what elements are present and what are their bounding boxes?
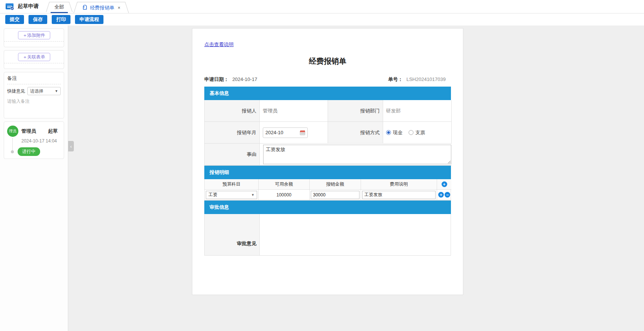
form-paper: 点击查看说明 经费报销单 申请日期： 2024-10-17 单号： LSH202… <box>192 28 463 295</box>
method-cell: 现金 支票 <box>383 122 452 144</box>
flow-timestamp: 2024-10-17 14:04 <box>21 138 61 144</box>
calendar-icon <box>300 130 305 135</box>
toolbar: 提交 保存 打印 申请流程 <box>0 13 644 25</box>
add-attachment-button[interactable]: ＋添加附件 <box>18 31 50 39</box>
remove-row-icon[interactable]: − <box>445 192 450 198</box>
reason-textarea[interactable]: 工资发放 <box>263 145 451 164</box>
month-cell <box>260 122 328 144</box>
attachment-panel: ＋添加附件 <box>4 28 64 47</box>
draft-application-icon <box>5 3 14 10</box>
add-row-icon[interactable]: + <box>438 192 444 198</box>
radio-cheque[interactable]: 支票 <box>409 129 425 136</box>
flow-panel: 理员 管理员 起草 2024-10-17 14:04 进行中 <box>4 121 64 159</box>
flow-connector <box>12 138 13 151</box>
amount-input[interactable] <box>311 191 359 199</box>
approval-grid: 审批意见 <box>204 214 451 256</box>
view-instructions-link[interactable]: 点击查看说明 <box>204 41 234 48</box>
form-title: 经费报销单 <box>204 56 451 66</box>
top-header: 起草申请 全部 经费报销单 × <box>0 0 644 13</box>
tab-close-icon[interactable]: × <box>118 5 120 10</box>
method-label: 报销方式 <box>328 122 383 144</box>
row-actions-cell: + − <box>437 190 451 200</box>
flow-action: 起草 <box>48 128 58 135</box>
sidebar-collapse-handle[interactable]: ‹ <box>68 141 74 151</box>
section-basic-info: 基本信息 <box>204 87 451 100</box>
submit-button[interactable]: 提交 <box>5 15 24 24</box>
budget-subject-select[interactable]: 工资 ▼ <box>206 191 257 199</box>
basic-info-grid: 报销人 管理员 报销部门 研发部 报销年月 <box>204 100 451 166</box>
add-row-icon[interactable]: + <box>442 181 447 187</box>
col-expense-amount: 报销金额 <box>310 179 361 190</box>
tabstrip: 全部 经费报销单 × <box>45 0 129 13</box>
month-input[interactable] <box>265 130 295 135</box>
sidebar: ＋添加附件 ＋关联表单 备注 快捷意见 请选择 ▼ 请输入备注 <box>0 25 68 331</box>
apply-date: 申请日期： 2024-10-17 <box>204 76 257 83</box>
app-brand: 起草申请 <box>0 0 45 13</box>
month-label: 报销年月 <box>205 122 260 144</box>
reason-cell: 工资发放 <box>260 144 452 165</box>
related-form-panel: ＋关联表单 <box>4 50 64 69</box>
page-title: 起草申请 <box>18 3 39 10</box>
department-value: 研发部 <box>383 100 452 122</box>
applicant-label: 报销人 <box>205 100 260 122</box>
add-related-form-button[interactable]: ＋关联表单 <box>18 53 50 61</box>
section-approval-info: 审批信息 <box>204 201 451 214</box>
section-expense-detail: 报销明细 <box>204 166 451 179</box>
save-button[interactable]: 保存 <box>28 15 47 24</box>
expense-detail-table: 预算科目 可用余额 报销金额 费用说明 + 工资 ▼ 100000 <box>204 179 451 201</box>
avatar: 理员 <box>7 126 18 137</box>
note-input[interactable] <box>362 191 436 199</box>
amount-cell <box>310 190 361 200</box>
remark-input[interactable]: 请输入备注 <box>7 95 61 116</box>
approval-opinion-value <box>260 214 451 255</box>
approval-opinion-label: 审批意见 <box>205 214 260 255</box>
note-cell <box>361 190 437 200</box>
radio-selected-icon <box>386 130 391 135</box>
plus-icon: ＋ <box>23 54 27 60</box>
apply-flow-button[interactable]: 申请流程 <box>75 15 103 24</box>
radio-cash[interactable]: 现金 <box>386 129 403 136</box>
month-date-input[interactable] <box>263 127 308 138</box>
reason-label: 事由 <box>205 144 260 165</box>
quick-opinion-label: 快捷意见 <box>7 88 25 94</box>
available-balance-value: 100000 <box>259 190 310 200</box>
main-content: ‹ 点击查看说明 经费报销单 申请日期： 2024-10-17 单号： LSH2… <box>68 25 644 331</box>
table-row-subject-cell: 工资 ▼ <box>205 190 259 200</box>
chevron-down-icon: ▼ <box>55 89 58 93</box>
plus-icon: ＋ <box>23 33 27 38</box>
col-available-balance: 可用余额 <box>259 179 310 190</box>
tag-icon <box>82 5 88 10</box>
col-expense-note: 费用说明 <box>361 179 437 190</box>
remark-panel: 备注 快捷意见 请选择 ▼ 请输入备注 <box>4 72 64 118</box>
chevron-left-icon: ‹ <box>70 144 72 149</box>
col-budget-subject: 预算科目 <box>205 179 259 190</box>
print-button[interactable]: 打印 <box>52 15 70 24</box>
radio-unselected-icon <box>409 130 413 135</box>
form-meta: 申请日期： 2024-10-17 单号： LSH20241017039 <box>204 76 451 87</box>
serial-number: 单号： LSH20241017039 <box>388 76 446 83</box>
quick-opinion-select[interactable]: 请选择 ▼ <box>27 87 61 95</box>
status-badge: 进行中 <box>18 147 40 156</box>
applicant-value: 管理员 <box>260 100 328 122</box>
remark-title: 备注 <box>7 75 61 84</box>
col-actions: + <box>437 179 451 190</box>
tab-expense-form[interactable]: 经费报销单 × <box>78 2 124 13</box>
flow-node-dot <box>11 150 14 153</box>
tab-all[interactable]: 全部 <box>51 2 68 13</box>
flow-user-name: 管理员 <box>21 128 36 135</box>
chevron-down-icon: ▼ <box>251 193 255 197</box>
department-label: 报销部门 <box>328 100 383 122</box>
